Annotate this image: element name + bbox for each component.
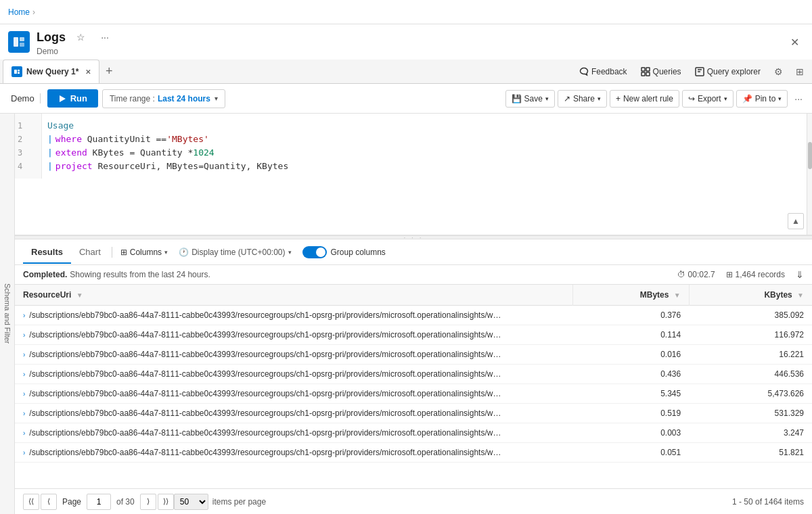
execution-time-value: 00:02.7 [688,270,715,279]
group-columns-toggle-container: Group columns [302,246,386,258]
favorite-icon[interactable]: ☆ [71,28,90,47]
side-panel-toggle[interactable]: Schema and Filter [0,114,15,514]
prev-page-button[interactable]: ⟨ [41,494,57,510]
row-expand-icon[interactable]: › [23,429,25,437]
results-table-container[interactable]: ResourceUri ▼ MBytes ▼ KBytes ▼ [15,285,812,488]
table-row[interactable]: ›/subscriptions/ebb79bc0-aa86-44a7-8111-… [15,365,812,384]
table-row[interactable]: ›/subscriptions/ebb79bc0-aa86-44a7-8111-… [15,443,812,463]
page-total-label: of 30 [116,497,135,507]
home-link[interactable]: Home [8,7,30,17]
table-row[interactable]: ›/subscriptions/ebb79bc0-aa86-44a7-8111-… [15,306,812,325]
title-actions: ✕ [785,32,804,51]
cell-mbytes: 0.519 [573,404,690,423]
cell-mbytes: 0.051 [573,443,690,463]
next-page-button[interactable]: ⟩ [140,494,156,510]
first-page-button[interactable]: ⟨⟨ [23,494,39,510]
columns-button[interactable]: ⊞ Columns ▾ [115,245,173,260]
editor-scrollbar[interactable] [807,114,812,235]
svg-marker-13 [60,95,66,102]
items-per-page-label: items per page [212,497,266,507]
group-columns-toggle[interactable] [302,246,327,258]
app-title: Logs [37,30,66,45]
table-row[interactable]: ›/subscriptions/ebb79bc0-aa86-44a7-8111-… [15,345,812,365]
pin-icon: 📌 [742,94,752,103]
status-bar: Completed. Showing results from the last… [15,265,812,285]
export-button[interactable]: ↪ Export ▾ [682,90,734,108]
view-toggle-icon[interactable]: ⊞ [790,62,809,81]
query-editor[interactable]: 1 2 3 4 Usage | where QuantityUnit == 'M… [15,114,812,235]
expand-results-button[interactable]: ⇓ [796,269,804,280]
kbytes-filter-icon[interactable]: ▼ [797,291,804,299]
breadcrumb-bar: Home › [0,0,812,24]
col-header-resource: ResourceUri ▼ [15,285,573,306]
row-expand-icon[interactable]: › [23,390,25,398]
table-icon: ⊞ [726,270,733,279]
query-explorer-label: Query explorer [707,67,761,76]
resource-filter-icon[interactable]: ▼ [76,291,83,299]
pin-to-button[interactable]: 📌 Pin to ▾ [736,90,788,108]
share-button[interactable]: ↗ Share ▾ [558,90,607,108]
run-button[interactable]: Run [47,89,98,108]
columns-icon: ⊞ [120,248,127,257]
tab-bar: New Query 1* ✕ + Feedback Queries Query … [0,60,812,84]
last-page-button[interactable]: ⟩⟩ [158,494,174,510]
queries-button[interactable]: Queries [635,64,687,79]
code-token: 1024 [193,146,214,160]
pagination: ⟨⟨ ⟨ Page of 30 ⟩ ⟩⟩ 50 100 200 items pe… [15,488,812,514]
row-expand-icon[interactable]: › [23,351,25,358]
page-input[interactable] [87,494,111,510]
cell-mbytes: 0.376 [573,306,690,325]
cell-kbytes: 116.972 [689,325,812,345]
svg-rect-5 [18,72,20,74]
feedback-button[interactable]: Feedback [574,64,633,79]
status-right: ⏱ 00:02.7 ⊞ 1,464 records ⇓ [677,269,804,280]
query-explorer-button[interactable]: Query explorer [690,64,766,79]
status-text: Showing results from the last 24 hours. [70,270,210,279]
tab-close-icon[interactable]: ✕ [85,68,91,76]
side-panel-label: Schema and Filter [3,283,12,344]
page-size-select[interactable]: 50 100 200 [174,494,208,510]
col-header-mbytes: MBytes ▼ [573,285,690,306]
code-area[interactable]: Usage | where QuantityUnit == 'MBytes' |… [42,114,812,235]
row-expand-icon[interactable]: › [23,410,25,417]
settings-icon[interactable]: ⚙ [769,62,788,81]
close-button[interactable]: ✕ [785,32,804,51]
tab-icon [12,66,22,77]
display-time-button[interactable]: 🕐 Display time (UTC+00:00) ▾ [173,245,296,260]
export-chevron-icon: ▾ [724,95,727,102]
time-range-label: Time range : [110,94,155,103]
tab-chart[interactable]: Chart [71,241,109,264]
table-row[interactable]: ›/subscriptions/ebb79bc0-aa86-44a7-8111-… [15,404,812,423]
resource-text: /subscriptions/ebb79bc0-aa86-44a7-8111-c… [29,350,503,359]
collapse-editor-button[interactable]: ▲ [788,213,804,229]
export-icon: ↪ [688,94,695,103]
resource-text: /subscriptions/ebb79bc0-aa86-44a7-8111-c… [29,310,503,320]
results-table: ResourceUri ▼ MBytes ▼ KBytes ▼ [15,285,812,463]
cell-mbytes: 0.436 [573,365,690,384]
time-range-button[interactable]: Time range : Last 24 hours ▾ [102,89,225,108]
row-expand-icon[interactable]: › [23,331,25,339]
results-area: Results Chart ⊞ Columns ▾ 🕐 Display time… [15,239,812,514]
table-row[interactable]: ›/subscriptions/ebb79bc0-aa86-44a7-8111-… [15,384,812,404]
group-columns-label: Group columns [331,248,386,257]
new-tab-button[interactable]: + [99,62,118,81]
tab-results[interactable]: Results [23,241,71,264]
cell-resource: ›/subscriptions/ebb79bc0-aa86-44a7-8111-… [15,345,573,365]
resource-text: /subscriptions/ebb79bc0-aa86-44a7-8111-c… [29,369,503,379]
svg-rect-3 [14,70,17,74]
new-alert-button[interactable]: + New alert rule [610,90,679,108]
row-expand-icon[interactable]: › [23,312,25,319]
more-options-title-icon[interactable]: ··· [95,28,114,47]
row-expand-icon[interactable]: › [23,371,25,378]
table-row[interactable]: ›/subscriptions/ebb79bc0-aa86-44a7-8111-… [15,423,812,443]
cell-resource: ›/subscriptions/ebb79bc0-aa86-44a7-8111-… [15,306,573,325]
active-query-tab[interactable]: New Query 1* ✕ [3,60,99,83]
toggle-knob [316,248,325,257]
code-line-1: Usage [47,119,807,133]
more-options-button[interactable]: ··· [790,90,807,108]
save-button[interactable]: 💾 Save ▾ [505,90,555,108]
mbytes-filter-icon[interactable]: ▼ [674,291,681,299]
table-row[interactable]: ›/subscriptions/ebb79bc0-aa86-44a7-8111-… [15,325,812,345]
pagination-range-label: 1 - 50 of 1464 items [732,497,804,507]
row-expand-icon[interactable]: › [23,449,25,457]
